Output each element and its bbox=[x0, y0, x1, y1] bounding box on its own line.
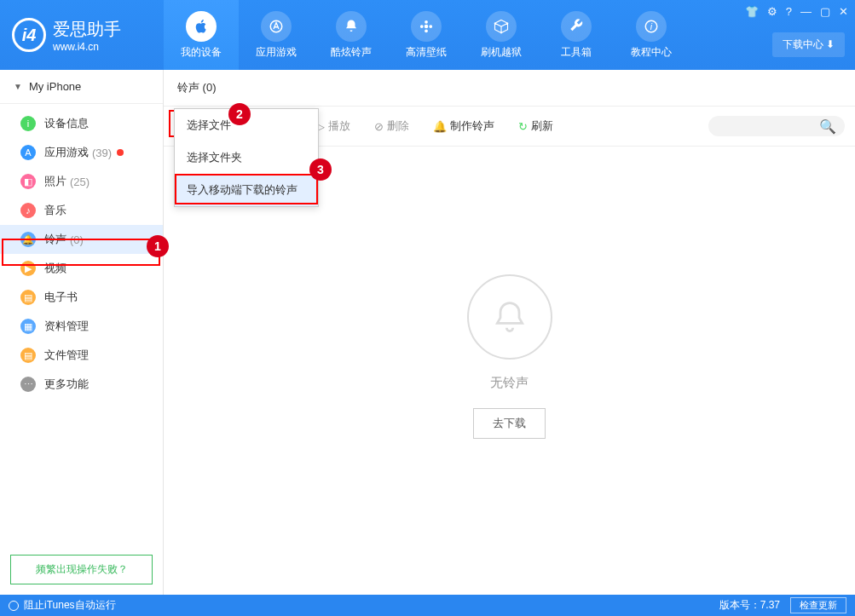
app-title: 爱思助手 bbox=[53, 18, 121, 41]
empty-bell-icon bbox=[467, 274, 552, 360]
bell-icon: 🔔 bbox=[20, 232, 36, 247]
delete-icon: ⊘ bbox=[374, 120, 384, 133]
minimize-icon[interactable]: — bbox=[800, 5, 812, 18]
svg-point-5 bbox=[429, 25, 432, 28]
logo-icon: i4 bbox=[12, 18, 46, 52]
svg-point-3 bbox=[425, 29, 428, 32]
refresh-button[interactable]: ↻ 刷新 bbox=[510, 115, 562, 137]
main-nav: 我的设备 应用游戏 酷炫铃声 高清壁纸 刷机越狱 工具箱 i 教程中心 bbox=[164, 0, 689, 70]
sidebar-item-ringtones[interactable]: 🔔 铃声 (0) bbox=[0, 225, 163, 254]
content-header: 铃声 (0) bbox=[164, 70, 855, 107]
annotation-badge-3: 3 bbox=[309, 158, 332, 181]
nav-my-device[interactable]: 我的设备 bbox=[164, 0, 239, 70]
version-label: 版本号：7.37 bbox=[719, 598, 780, 613]
wrench-icon bbox=[561, 11, 592, 42]
data-icon: ▦ bbox=[20, 319, 36, 334]
info-icon: i bbox=[636, 11, 667, 42]
search-icon: 🔍 bbox=[819, 118, 836, 135]
maximize-icon[interactable]: ▢ bbox=[820, 5, 830, 18]
info-icon: i bbox=[20, 116, 36, 131]
search-input[interactable]: 🔍 bbox=[708, 116, 845, 136]
help-link[interactable]: 频繁出现操作失败？ bbox=[10, 555, 153, 584]
more-icon: ⋯ bbox=[20, 377, 36, 392]
app-header: i4 爱思助手 www.i4.cn 我的设备 应用游戏 酷炫铃声 高清壁纸 刷机… bbox=[0, 0, 855, 70]
empty-state: 无铃声 去下载 bbox=[164, 274, 855, 439]
svg-point-1 bbox=[425, 24, 429, 28]
dropdown-import-mobile[interactable]: 导入移动端下载的铃声 bbox=[175, 174, 318, 206]
bell-icon bbox=[336, 11, 367, 42]
dropdown-select-folder[interactable]: 选择文件夹 bbox=[175, 141, 318, 174]
annotation-badge-1: 1 bbox=[147, 235, 169, 257]
app-icon: A bbox=[20, 145, 36, 160]
nav-flash[interactable]: 刷机越狱 bbox=[464, 0, 539, 70]
nav-wallpapers[interactable]: 高清壁纸 bbox=[389, 0, 464, 70]
app-icon bbox=[261, 11, 292, 42]
photo-icon: ◧ bbox=[20, 174, 36, 189]
sidebar-item-ebooks[interactable]: ▤ 电子书 bbox=[0, 283, 163, 312]
sidebar-item-photos[interactable]: ◧ 照片 (25) bbox=[0, 167, 163, 196]
svg-point-4 bbox=[420, 25, 424, 28]
nav-tools[interactable]: 工具箱 bbox=[539, 0, 614, 70]
sidebar-item-data[interactable]: ▦ 资料管理 bbox=[0, 312, 163, 341]
nav-ringtones[interactable]: 酷炫铃声 bbox=[314, 0, 389, 70]
svg-point-2 bbox=[425, 20, 428, 23]
device-header[interactable]: ▼ My iPhone bbox=[0, 70, 163, 104]
itunes-block-icon[interactable] bbox=[9, 601, 19, 611]
sidebar-item-files[interactable]: ▤ 文件管理 bbox=[0, 341, 163, 370]
sidebar-item-videos[interactable]: ▶ 视频 bbox=[0, 254, 163, 283]
logo-area: i4 爱思助手 www.i4.cn bbox=[0, 18, 164, 53]
chevron-down-icon: ▼ bbox=[14, 82, 22, 91]
flower-icon bbox=[411, 11, 442, 42]
apple-icon bbox=[186, 11, 217, 42]
sidebar-item-device-info[interactable]: i 设备信息 bbox=[0, 109, 163, 138]
book-icon: ▤ bbox=[20, 290, 36, 305]
itunes-block-label[interactable]: 阻止iTunes自动运行 bbox=[24, 598, 116, 613]
refresh-icon: ↻ bbox=[518, 120, 528, 133]
annotation-badge-2: 2 bbox=[228, 103, 251, 125]
window-controls: 👕 ⚙ ? — ▢ ✕ bbox=[745, 5, 848, 18]
sidebar: ▼ My iPhone i 设备信息 A 应用游戏 (39) ◧ 照片 (25)… bbox=[0, 70, 164, 595]
bell-plus-icon: 🔔 bbox=[433, 120, 447, 133]
video-icon: ▶ bbox=[20, 261, 36, 276]
file-icon: ▤ bbox=[20, 348, 36, 363]
main-content: 铃声 (0) 📂 导入 ▼ ▣ 导出 ▷ 播放 ⊘ 删除 🔔 制作铃声 bbox=[164, 70, 855, 595]
music-icon: ♪ bbox=[20, 203, 36, 218]
go-download-button[interactable]: 去下载 bbox=[473, 408, 546, 439]
check-update-button[interactable]: 检查更新 bbox=[790, 597, 846, 613]
download-center-button[interactable]: 下载中心 ⬇ bbox=[772, 32, 845, 57]
notification-dot bbox=[117, 149, 124, 156]
status-bar: 阻止iTunes自动运行 版本号：7.37 检查更新 bbox=[0, 595, 855, 616]
sidebar-item-more[interactable]: ⋯ 更多功能 bbox=[0, 370, 163, 399]
delete-button[interactable]: ⊘ 删除 bbox=[366, 115, 418, 137]
settings-icon[interactable]: ⚙ bbox=[767, 5, 777, 18]
sidebar-item-music[interactable]: ♪ 音乐 bbox=[0, 196, 163, 225]
sidebar-item-apps[interactable]: A 应用游戏 (39) bbox=[0, 138, 163, 167]
box-icon bbox=[486, 11, 517, 42]
skin-icon[interactable]: 👕 bbox=[745, 5, 759, 18]
make-ringtone-button[interactable]: 🔔 制作铃声 bbox=[425, 115, 503, 137]
import-dropdown: 选择文件 选择文件夹 导入移动端下载的铃声 3 bbox=[174, 108, 319, 207]
empty-text: 无铃声 bbox=[490, 375, 529, 391]
help-icon[interactable]: ? bbox=[786, 5, 792, 18]
nav-apps[interactable]: 应用游戏 bbox=[239, 0, 314, 70]
nav-tutorials[interactable]: i 教程中心 bbox=[614, 0, 689, 70]
svg-text:i: i bbox=[650, 20, 653, 31]
app-url: www.i4.cn bbox=[53, 41, 121, 53]
close-icon[interactable]: ✕ bbox=[839, 5, 848, 18]
